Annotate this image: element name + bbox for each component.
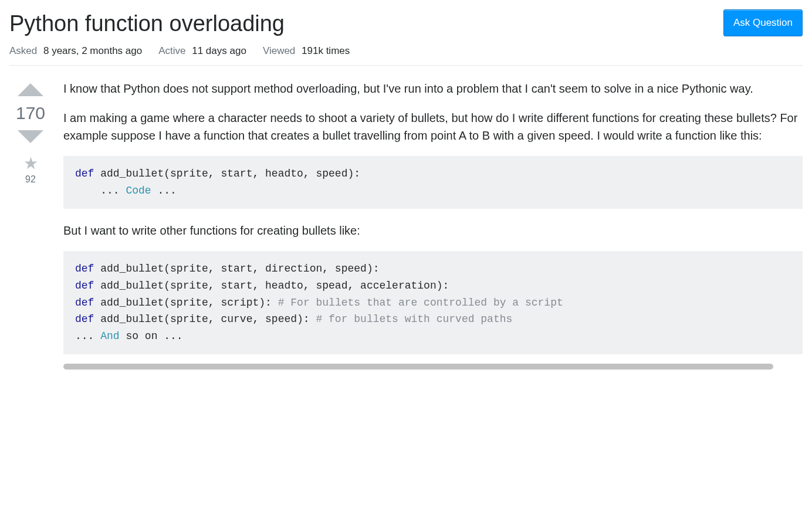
paragraph: I know that Python does not support meth…: [63, 80, 803, 97]
question-title: Python function overloading: [9, 9, 285, 38]
code-text: so on ...: [120, 330, 183, 342]
code-text: ...: [75, 185, 126, 196]
code-comment: # For bullets that are controlled by a s…: [278, 297, 563, 309]
downvote-icon[interactable]: [18, 130, 43, 143]
meta-viewed-label: Viewed: [263, 45, 295, 56]
paragraph: I am making a game where a character nee…: [63, 109, 803, 144]
meta-viewed: Viewed 191k times: [263, 45, 350, 57]
code-text: add_bullet(sprite, start, direction, spe…: [94, 263, 379, 275]
code-text: add_bullet(sprite, start, headto, spead,…: [94, 280, 449, 292]
code-keyword: def: [75, 263, 94, 275]
code-keyword: def: [75, 297, 94, 309]
scrollbar-thumb[interactable]: [63, 364, 773, 370]
favorite-count: 92: [25, 174, 36, 185]
vote-cell: 170 ★ 92: [9, 80, 52, 371]
code-keyword: def: [75, 313, 94, 325]
meta-active-label: Active: [158, 45, 185, 56]
meta-active-value: 11 days ago: [192, 45, 246, 56]
meta-active: Active 11 days ago: [158, 45, 246, 57]
code-type: Code: [126, 185, 151, 196]
vote-score: 170: [16, 103, 45, 123]
code-text: add_bullet(sprite, script):: [94, 297, 278, 309]
paragraph: But I want to write other functions for …: [63, 222, 803, 239]
meta-asked-label: Asked: [9, 45, 37, 56]
upvote-icon[interactable]: [18, 83, 43, 96]
ask-question-button[interactable]: Ask Question: [723, 9, 803, 36]
question-meta: Asked 8 years, 2 months ago Active 11 da…: [9, 45, 803, 66]
code-block: def add_bullet(sprite, start, headto, sp…: [63, 156, 803, 209]
code-keyword: def: [75, 280, 94, 292]
meta-asked-value: 8 years, 2 months ago: [43, 45, 142, 56]
code-block: def add_bullet(sprite, start, direction,…: [63, 251, 803, 354]
code-comment: # for bullets with curved paths: [316, 313, 512, 325]
question-body: I know that Python does not support meth…: [63, 80, 803, 371]
meta-viewed-value: 191k times: [302, 45, 350, 56]
code-type: And: [100, 330, 119, 342]
horizontal-scrollbar[interactable]: [63, 364, 803, 371]
code-text: add_bullet(sprite, start, headto, speed)…: [94, 168, 360, 179]
code-text: add_bullet(sprite, curve, speed):: [94, 313, 316, 325]
code-keyword: def: [75, 168, 94, 179]
code-text: ...: [75, 330, 100, 342]
code-text: ...: [151, 185, 177, 196]
meta-asked: Asked 8 years, 2 months ago: [9, 45, 142, 57]
favorite-star-icon[interactable]: ★: [23, 154, 38, 173]
